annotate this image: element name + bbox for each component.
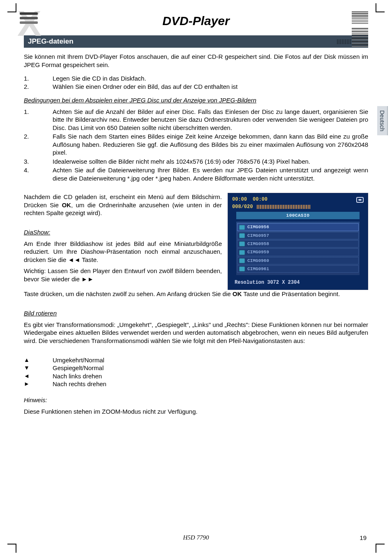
image-file-icon xyxy=(239,225,245,230)
arrow-left-icon: ◄ xyxy=(24,372,53,380)
list-number: 1. xyxy=(24,74,53,83)
folder-name: 100CASIO xyxy=(236,212,360,219)
time-total: 00:00 xyxy=(253,197,267,203)
list-number: 1. xyxy=(24,108,53,132)
stop-icon xyxy=(356,197,364,203)
image-file-icon xyxy=(239,241,245,246)
brand-logo: X xyxy=(20,12,53,40)
dot-pattern-icon xyxy=(337,39,351,48)
edge-barcode-icon xyxy=(352,12,368,86)
note-body: Diese Funktionen stehen im ZOOM-Modus ni… xyxy=(24,408,368,416)
resolution-line: Resolution 3072 X 2304 xyxy=(235,280,300,286)
diashow-heading: DiaShow: xyxy=(24,229,50,236)
list-text: Achten Sie auf die Anzahl der Bilder auf… xyxy=(53,108,368,132)
diashow-continued: Taste drücken, um die nächsten zwölf zu … xyxy=(24,290,368,298)
file-item: CIMG0957 xyxy=(237,232,359,239)
progress-dots-icon xyxy=(257,205,310,209)
footer-model: H5D 7790 xyxy=(183,534,209,541)
crop-mark xyxy=(7,544,16,553)
arrow-function-list: ▲Umgekehrt/Normal ▼Gespiegelt/Normal ◄Na… xyxy=(24,356,368,388)
intro-paragraph: Sie können mit Ihrem DVD-Player Fotos an… xyxy=(24,53,368,69)
list-text: Idealerweise sollten die Bilder nicht me… xyxy=(53,158,368,166)
conditions-heading: Bedingungen bei dem Abspielen einer JPEG… xyxy=(24,97,256,104)
time-elapsed: 00:00 xyxy=(232,197,247,203)
list-number: 3. xyxy=(24,158,53,166)
arrow-label: Gespiegelt/Normal xyxy=(53,364,368,372)
file-counter: 008/020 xyxy=(232,204,253,211)
embedded-ui-screenshot: 00:00 00:00 008/020 100CASIO CIMG0956 CI… xyxy=(228,193,368,290)
diashow-important: Wichtig: Lassen Sie den Player den Entwu… xyxy=(24,267,222,283)
arrow-label: Umgekehrt/Normal xyxy=(53,356,368,364)
list-number: 4. xyxy=(24,166,53,182)
list-text: Falls Sie nach dem Starten eines Bildes … xyxy=(53,132,368,157)
arrow-label: Nach rechts drehen xyxy=(53,380,368,388)
file-list: CIMG0956 CIMG0957 CIMG0958 CIMG0959 CIMG… xyxy=(236,222,360,275)
section-header: JPEG-dateien xyxy=(24,35,368,48)
list-number: 2. xyxy=(24,132,53,157)
basic-steps-list: 1.Legen Sie die CD in das Diskfach. 2.Wä… xyxy=(24,74,368,90)
rotate-body: Es gibt vier Transformationsmodi: „Umgek… xyxy=(24,321,368,345)
list-number: 2. xyxy=(24,83,53,91)
file-item: CIMG0958 xyxy=(237,240,359,248)
conditions-list: 1.Achten Sie auf die Anzahl der Bilder a… xyxy=(24,108,368,183)
page-title: DVD-Player xyxy=(24,14,368,28)
arrow-up-icon: ▲ xyxy=(24,356,53,364)
after-load-paragraph: Nachdem die CD geladen ist, erscheint ei… xyxy=(24,193,222,217)
image-file-icon xyxy=(239,250,245,255)
list-text: Achten Sie auf die Dateierweiterung Ihre… xyxy=(53,166,368,182)
page-number: 19 xyxy=(360,534,367,541)
arrow-label: Nach links drehen xyxy=(53,372,368,380)
arrow-right-icon: ► xyxy=(24,380,53,388)
file-item: CIMG0956 xyxy=(237,223,359,231)
image-file-icon xyxy=(239,233,245,238)
diashow-body: Am Ende Ihrer Bilddiashow ist jedes Bild… xyxy=(24,240,222,264)
image-file-icon xyxy=(239,266,245,271)
file-item: CIMG0959 xyxy=(237,248,359,256)
file-item: CIMG0961 xyxy=(237,265,359,273)
arrow-down-icon: ▼ xyxy=(24,364,53,372)
rotate-heading: Bild rotieren xyxy=(24,310,57,317)
note-heading: Hinweis: xyxy=(24,396,47,403)
crop-mark xyxy=(376,544,385,553)
image-file-icon xyxy=(239,258,245,263)
list-text: Legen Sie die CD in das Diskfach. xyxy=(53,74,368,83)
list-text: Wählen Sie einen Ordner oder ein Bild, d… xyxy=(53,83,368,91)
file-item: CIMG0960 xyxy=(237,257,359,264)
